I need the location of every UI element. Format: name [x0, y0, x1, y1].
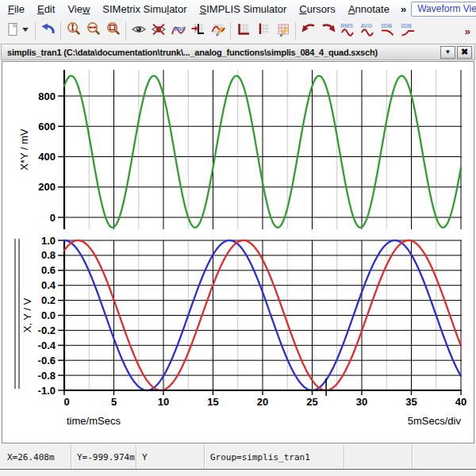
zoom-rectangle-icon [106, 21, 121, 40]
new-graph-icon [5, 21, 21, 40]
x-axis-scale-label: 5mSecs/div [408, 415, 462, 427]
toolbar-separator [125, 22, 126, 40]
edit-curve-button[interactable] [208, 21, 228, 41]
previous-zoom-icon [301, 21, 317, 40]
y-tick-label: 0.2 [41, 294, 56, 306]
y-tick-label: 400 [38, 151, 56, 163]
svg-text:AVG: AVG [360, 23, 372, 29]
document-titlebar: simplis_tran1 (C:\data\documentation\tru… [1, 44, 475, 60]
menu-item-simplis-simulator[interactable]: SIMPLIS Simulator [194, 1, 294, 17]
zoom-x-axis-button[interactable] [83, 21, 103, 41]
waveform-plot-svg[interactable]: 0200400600800X*Y / mV1.00.80.60.40.20.0-… [2, 62, 474, 443]
x-tick-label: 10 [158, 396, 169, 408]
add-axis-icon [190, 21, 206, 40]
x-tick-label: 25 [306, 396, 317, 408]
x-axis: 0510152025303540time/mSecs5mSecs/div [63, 390, 466, 427]
y-tick-label: -0.2 [38, 324, 56, 336]
window-menu-button[interactable]: ▼ [440, 46, 455, 59]
hide-curve-button[interactable] [148, 21, 168, 41]
plot-1: 1.00.80.60.40.20.0-0.2-0.4-0.6-0.8-1.0X,… [15, 235, 462, 397]
document-title: simplis_tran1 (C:\data\documentation\tru… [7, 48, 439, 57]
menu-item-view[interactable]: View [61, 1, 96, 17]
x-tick-label: 40 [455, 396, 466, 408]
rms-measure-button[interactable]: RMS [338, 21, 358, 41]
plot-0: 0200400600800X*Y / mV [18, 70, 462, 229]
show-curve-button[interactable] [129, 21, 148, 41]
close-button[interactable]: ✖ [457, 46, 472, 59]
add-y-axis-grid-icon [255, 21, 271, 40]
x-tick-label: 35 [405, 396, 416, 408]
undo-button[interactable] [38, 21, 58, 41]
y-tick-label: 0.4 [41, 279, 56, 291]
y-tick-label: -0.6 [38, 355, 56, 367]
zoom-rectangle-button[interactable] [103, 21, 123, 41]
y-axis-title-0: X*Y / mV [18, 129, 30, 171]
x-axis-title: time/mSecs [67, 415, 121, 427]
menu-item-cursors[interactable]: Cursors [293, 1, 342, 17]
svg-text:3DB: 3DB [401, 23, 412, 29]
label-curve-icon: ABC [171, 21, 186, 40]
zoom-y-axis-button[interactable] [63, 21, 83, 41]
label-curve-button[interactable]: ABC [168, 21, 188, 41]
menu-item-edit[interactable]: Edit [31, 1, 61, 17]
add-axis-button[interactable] [188, 21, 208, 41]
svg-text:RMS: RMS [340, 23, 353, 29]
toolbar-overflow-button[interactable]: » [462, 25, 474, 37]
y-tick-label: 200 [38, 181, 56, 193]
menu-item-simetrix-simulator[interactable]: SIMetrix Simulator [96, 1, 193, 17]
3db-highpass-button[interactable]: 3DB [397, 21, 417, 41]
waveform-plot-area[interactable]: 0200400600800X*Y / mV1.00.80.60.40.20.0-… [2, 61, 474, 443]
window-bottom-edge [0, 469, 476, 470]
show-curve-icon [131, 21, 147, 40]
svg-text:3DB: 3DB [381, 23, 392, 29]
y-tick-label: -1.0 [38, 385, 56, 397]
toolbar-separator [230, 22, 231, 40]
edit-grid-button[interactable] [273, 21, 293, 41]
y-axis-title-1: X, Y / V [21, 298, 33, 332]
edit-grid-icon [275, 21, 291, 40]
svg-text:ABC: ABC [172, 25, 186, 33]
toolbar-separator [60, 22, 61, 40]
3db-lowpass-button[interactable]: 3DB [378, 21, 397, 41]
toolbar-separator [295, 22, 296, 40]
y-tick-label: 800 [38, 90, 56, 102]
y-tick-label: -0.4 [38, 340, 56, 351]
previous-zoom-button[interactable] [298, 21, 318, 41]
y-tick-label: 1.0 [41, 235, 56, 247]
3db-highpass-icon: 3DB [400, 21, 416, 40]
statusbar: X=26.408mY=-999.974mYGroup=simplis_tran1 [2, 445, 474, 469]
status-field-1: Y=-999.974m [71, 445, 136, 469]
add-axes-grid-icon [236, 21, 251, 40]
add-y-axis-grid-button[interactable] [253, 21, 273, 41]
y-tick-label: 0.8 [41, 249, 56, 261]
edit-curve-icon [210, 21, 226, 40]
y-tick-label: 0.6 [41, 264, 56, 276]
hide-curve-icon [151, 21, 167, 40]
menubar: FileEditViewSIMetrix SimulatorSIMPLIS Si… [0, 0, 476, 19]
app-window: FileEditViewSIMetrix SimulatorSIMPLIS Si… [0, 0, 476, 476]
avg-measure-button[interactable]: AVG [358, 21, 378, 41]
next-zoom-button[interactable] [318, 21, 338, 41]
viewer-select-value: Waveform Viewer [412, 2, 476, 16]
menu-overflow-button[interactable]: » [396, 3, 411, 15]
menu-item-file[interactable]: File [2, 1, 31, 17]
rms-measure-icon: RMS [340, 21, 356, 40]
x-tick-label: 5 [111, 396, 117, 408]
x-tick-label: 0 [63, 396, 69, 408]
viewer-select-combo[interactable]: Waveform Viewer ▼ [411, 2, 476, 17]
new-graph-dropdown-button[interactable] [22, 21, 33, 41]
add-axes-grid-button[interactable] [233, 21, 253, 41]
y-tick-label: -0.8 [38, 370, 56, 382]
avg-measure-icon: AVG [360, 21, 376, 40]
undo-icon [40, 21, 56, 40]
menu-item-annotate[interactable]: Annotate [342, 1, 396, 17]
status-field-4 [344, 445, 413, 469]
x-tick-label: 15 [207, 396, 218, 408]
next-zoom-icon [321, 21, 336, 40]
toolbar-separator [35, 22, 36, 40]
zoom-y-axis-icon [66, 21, 82, 40]
x-tick-label: 30 [356, 396, 367, 408]
status-field-0: X=26.408m [2, 445, 71, 469]
zoom-x-axis-icon [86, 21, 102, 40]
toolbar: ABCRMSAVG3DB3DB» [0, 18, 476, 44]
